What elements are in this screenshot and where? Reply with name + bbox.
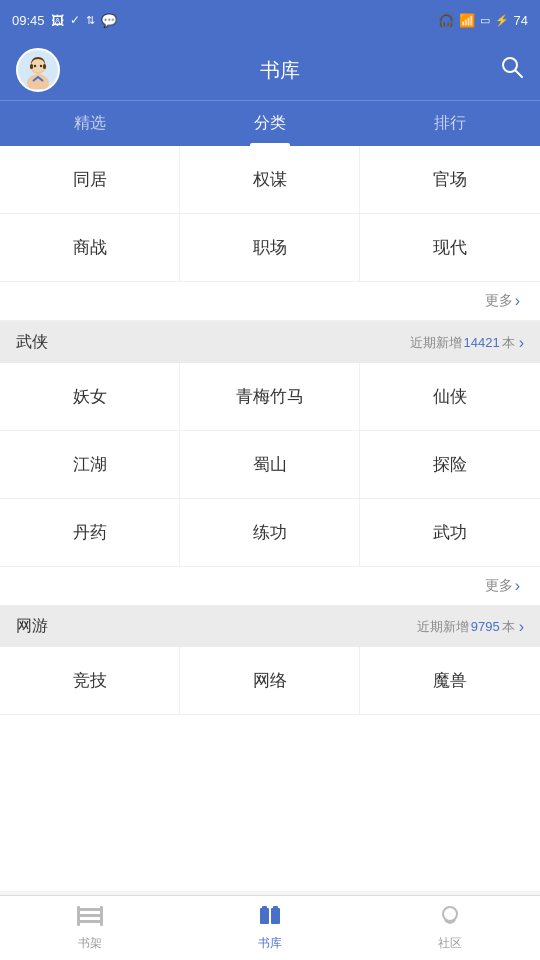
nav-community[interactable]: 社区 bbox=[360, 896, 540, 960]
svg-rect-18 bbox=[273, 906, 278, 909]
svg-rect-15 bbox=[260, 908, 269, 924]
svg-point-6 bbox=[34, 65, 36, 67]
svg-rect-12 bbox=[78, 920, 102, 923]
top-genre-section: 同居 权谋 官场 商战 职场 现代 更多 › bbox=[0, 146, 540, 322]
wuxia-arrow-icon: › bbox=[519, 334, 524, 352]
avatar[interactable] bbox=[16, 48, 60, 92]
avatar-image bbox=[19, 51, 57, 89]
status-left: 09:45 🖼 ✓ ⇅ 💬 bbox=[12, 13, 117, 28]
svg-line-9 bbox=[516, 71, 523, 78]
wuxia-section: 武侠 近期新增 14421 本 › 妖女 青梅竹马 仙侠 江湖 蜀山 探险 丹药… bbox=[0, 322, 540, 606]
svg-rect-16 bbox=[271, 908, 280, 924]
genre-mosheng[interactable]: 魔兽 bbox=[360, 647, 540, 715]
svg-point-7 bbox=[40, 65, 42, 67]
wangyou-meta: 近期新增 9795 本 › bbox=[417, 618, 524, 636]
headphone-icon: 🎧 bbox=[438, 13, 454, 28]
genre-tanxian[interactable]: 探险 bbox=[360, 431, 540, 499]
genre-zhichang[interactable]: 职场 bbox=[180, 214, 360, 282]
svg-rect-13 bbox=[77, 906, 80, 926]
svg-rect-10 bbox=[78, 908, 102, 911]
nav-library-label: 书库 bbox=[258, 935, 282, 952]
genre-qingmei[interactable]: 青梅竹马 bbox=[180, 363, 360, 431]
charging-icon: ⚡ bbox=[495, 14, 509, 27]
header-title: 书库 bbox=[260, 57, 300, 84]
community-icon bbox=[436, 904, 464, 932]
wuxia-more-button[interactable]: 更多 › bbox=[0, 567, 540, 606]
svg-rect-14 bbox=[100, 906, 103, 926]
status-bar: 09:45 🖼 ✓ ⇅ 💬 🎧 📶 ▭ ⚡ 74 bbox=[0, 0, 540, 40]
genre-xiandai[interactable]: 现代 bbox=[360, 214, 540, 282]
wuxia-genre-grid: 妖女 青梅竹马 仙侠 江湖 蜀山 探险 丹药 练功 武功 bbox=[0, 363, 540, 567]
message-icon: 💬 bbox=[101, 13, 117, 28]
sim-icon: ▭ bbox=[480, 14, 490, 27]
time: 09:45 bbox=[12, 13, 45, 28]
tab-category[interactable]: 分类 bbox=[180, 101, 360, 146]
wangyou-section: 网游 近期新增 9795 本 › 竞技 网络 魔兽 bbox=[0, 606, 540, 715]
wuxia-meta: 近期新增 14421 本 › bbox=[410, 334, 524, 352]
chevron-right-icon: › bbox=[515, 292, 520, 310]
battery-level: 74 bbox=[514, 13, 528, 28]
svg-rect-5 bbox=[43, 64, 46, 69]
nav-bookshelf[interactable]: 书架 bbox=[0, 896, 180, 960]
genre-wugong[interactable]: 武功 bbox=[360, 499, 540, 567]
genre-liangong[interactable]: 练功 bbox=[180, 499, 360, 567]
genre-danyao[interactable]: 丹药 bbox=[0, 499, 180, 567]
wuxia-header[interactable]: 武侠 近期新增 14421 本 › bbox=[0, 322, 540, 363]
svg-rect-11 bbox=[78, 914, 102, 917]
tab-featured[interactable]: 精选 bbox=[0, 101, 180, 146]
transfer-icon: ⇅ bbox=[86, 14, 95, 27]
nav-library[interactable]: 书库 bbox=[180, 896, 360, 960]
bookshelf-icon bbox=[76, 904, 104, 932]
top-genre-grid: 同居 权谋 官场 商战 职场 现代 bbox=[0, 146, 540, 282]
genre-quanmou[interactable]: 权谋 bbox=[180, 146, 360, 214]
svg-rect-4 bbox=[30, 64, 33, 69]
wifi-icon: 📶 bbox=[459, 13, 475, 28]
genre-guanchang[interactable]: 官场 bbox=[360, 146, 540, 214]
nav-bookshelf-label: 书架 bbox=[78, 935, 102, 952]
content-area: 同居 权谋 官场 商战 职场 现代 更多 › 武侠 近期新增 14421 本 ›… bbox=[0, 146, 540, 891]
svg-point-19 bbox=[443, 907, 457, 921]
wangyou-header[interactable]: 网游 近期新增 9795 本 › bbox=[0, 606, 540, 647]
wuxia-title: 武侠 bbox=[16, 332, 48, 353]
wangyou-arrow-icon: › bbox=[519, 618, 524, 636]
search-button[interactable] bbox=[500, 55, 524, 85]
nav-community-label: 社区 bbox=[438, 935, 462, 952]
wangyou-genre-grid: 竞技 网络 魔兽 bbox=[0, 647, 540, 715]
check-icon: ✓ bbox=[70, 13, 80, 27]
genre-shushan[interactable]: 蜀山 bbox=[180, 431, 360, 499]
genre-wangluo[interactable]: 网络 bbox=[180, 647, 360, 715]
genre-jingji[interactable]: 竞技 bbox=[0, 647, 180, 715]
header: 书库 bbox=[0, 40, 540, 100]
wuxia-more-chevron-icon: › bbox=[515, 577, 520, 595]
genre-jianghu[interactable]: 江湖 bbox=[0, 431, 180, 499]
svg-rect-17 bbox=[262, 906, 267, 909]
search-icon bbox=[500, 55, 524, 79]
photo-icon: 🖼 bbox=[51, 13, 64, 28]
tab-ranking[interactable]: 排行 bbox=[360, 101, 540, 146]
genre-tongjv[interactable]: 同居 bbox=[0, 146, 180, 214]
wangyou-title: 网游 bbox=[16, 616, 48, 637]
status-right: 🎧 📶 ▭ ⚡ 74 bbox=[438, 13, 528, 28]
genre-xianxia[interactable]: 仙侠 bbox=[360, 363, 540, 431]
top-more-button[interactable]: 更多 › bbox=[0, 282, 540, 321]
bottom-navigation: 书架 书库 社区 bbox=[0, 895, 540, 960]
genre-shangzhan[interactable]: 商战 bbox=[0, 214, 180, 282]
category-tabs: 精选 分类 排行 bbox=[0, 100, 540, 146]
library-icon bbox=[256, 904, 284, 932]
genre-yaonv[interactable]: 妖女 bbox=[0, 363, 180, 431]
